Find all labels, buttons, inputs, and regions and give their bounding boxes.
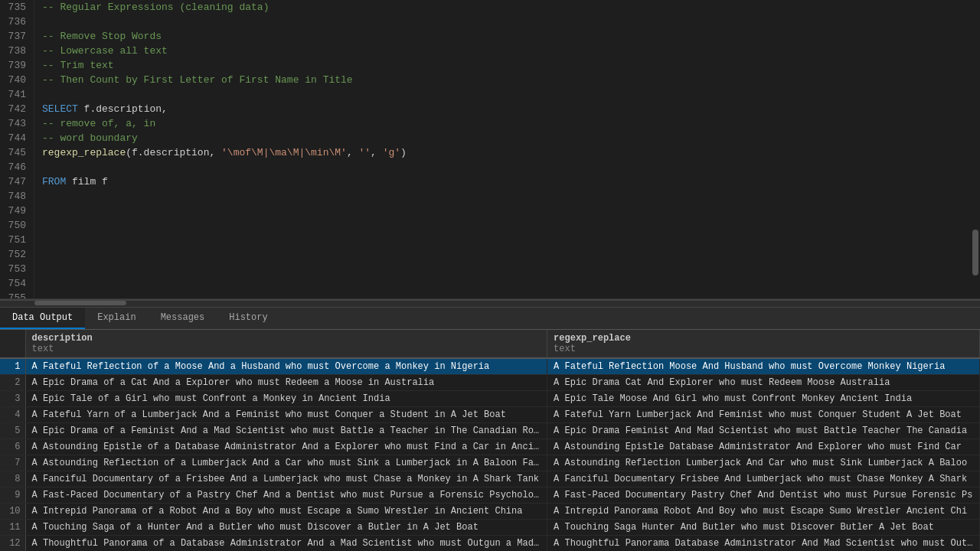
table-row[interactable]: 1A Fateful Reflection of a Moose And a H… [0,358,980,375]
line-number: 742 [6,102,26,116]
code-line [42,247,963,262]
table-row[interactable]: 10A Intrepid Panorama of a Robot And a B… [0,504,980,520]
line-number: 737 [6,29,26,44]
row-number: 7 [0,455,25,471]
table-row[interactable]: 12A Thoughtful Panorama of a Database Ad… [0,536,980,552]
cell-regexp-replace: A Epic Drama Cat And Explorer who must R… [547,375,980,391]
cell-description: A Intrepid Panorama of a Robot And a Boy… [25,504,547,520]
tab-data-output[interactable]: Data Output [0,308,85,329]
line-numbers: 7357367377387397407417427437447457467477… [0,0,34,298]
table-row[interactable]: 4A Fateful Yarn of a Lumberjack And a Fe… [0,407,980,423]
scrollbar-thumb[interactable] [972,230,978,276]
cell-description: A Thoughtful Panorama of a Database Admi… [25,536,547,552]
code-line [42,218,963,233]
row-number: 4 [0,407,25,423]
row-number: 2 [0,375,25,391]
line-number: 736 [6,15,26,29]
tab-explain[interactable]: Explain [85,308,148,329]
code-line [42,160,963,174]
code-line: regexp_replace(f.description, '\mof\M|\m… [42,145,963,160]
cell-regexp-replace: A Touching Saga Hunter And Butler who mu… [547,520,980,536]
cell-regexp-replace: A Epic Tale Moose And Girl who must Conf… [547,391,980,407]
line-number: 738 [6,44,26,58]
cell-description: A Astounding Reflection of a Lumberjack … [25,455,547,471]
line-number: 749 [6,204,26,218]
cell-regexp-replace: A Fateful Reflection Moose And Husband w… [547,358,980,375]
h-scrollbar-thumb[interactable] [34,301,126,305]
row-number: 8 [0,471,25,487]
table-row[interactable]: 5A Epic Drama of a Feminist And a Mad Sc… [0,423,980,439]
cell-description: A Fanciful Documentary of a Frisbee And … [25,471,547,487]
cell-description: A Fast-Paced Documentary of a Pastry Che… [25,487,547,504]
code-line: -- Regular Expressions (cleaning data) [42,0,963,15]
table-row[interactable]: 6A Astounding Epistle of a Database Admi… [0,439,980,455]
line-number: 746 [6,160,26,174]
code-line [42,291,963,298]
cell-regexp-replace: A Fanciful Documentary Frisbee And Lumbe… [547,471,980,487]
cell-description: A Epic Drama of a Feminist And a Mad Sci… [25,423,547,439]
code-line [42,204,963,218]
table-row[interactable]: 8A Fanciful Documentary of a Frisbee And… [0,471,980,487]
line-number: 747 [6,174,26,189]
code-line: -- Remove Stop Words [42,29,963,44]
cell-regexp-replace: A Fateful Yarn Lumberjack And Feminist w… [547,407,980,423]
line-number: 735 [6,0,26,15]
code-content[interactable]: -- Regular Expressions (cleaning data) -… [34,0,971,298]
row-num-header [0,330,25,358]
cell-description: A Astounding Epistle of a Database Admin… [25,439,547,455]
cell-description: A Fateful Reflection of a Moose And a Hu… [25,358,547,375]
data-table-container[interactable]: descriptiontextregexp_replacetext 1A Fat… [0,330,980,551]
code-line: -- Trim text [42,58,963,73]
code-line [42,189,963,204]
vertical-scrollbar[interactable] [971,0,980,298]
row-number: 3 [0,391,25,407]
col-header-description[interactable]: descriptiontext [25,330,547,358]
col-header-regexp_replace[interactable]: regexp_replacetext [547,330,980,358]
line-number: 751 [6,233,26,247]
cell-description: A Touching Saga of a Hunter And a Butler… [25,520,547,536]
row-number: 6 [0,439,25,455]
row-number: 11 [0,520,25,536]
line-number: 745 [6,145,26,160]
line-number: 740 [6,73,26,87]
code-line: -- remove of, a, in [42,116,963,131]
cell-regexp-replace: A Astounding Reflection Lumberjack And C… [547,455,980,471]
code-line [42,233,963,247]
code-line: -- Then Count by First Letter of First N… [42,73,963,87]
row-number: 5 [0,423,25,439]
cell-description: A Epic Drama of a Cat And a Explorer who… [25,375,547,391]
table-row[interactable]: 3A Epic Tale of a Girl who must Confront… [0,391,980,407]
code-line [42,15,963,29]
line-number: 753 [6,262,26,276]
tabs-bar: Data OutputExplainMessagesHistory [0,308,980,330]
tab-history[interactable]: History [217,308,279,329]
line-number: 752 [6,247,26,262]
row-number: 9 [0,487,25,504]
tab-messages[interactable]: Messages [149,308,217,329]
line-number: 750 [6,218,26,233]
table-row[interactable]: 11A Touching Saga of a Hunter And a Butl… [0,520,980,536]
line-number: 741 [6,87,26,102]
line-number: 744 [6,131,26,145]
cell-regexp-replace: A Intrepid Panorama Robot And Boy who mu… [547,504,980,520]
table-row[interactable]: 7A Astounding Reflection of a Lumberjack… [0,455,980,471]
line-number: 748 [6,189,26,204]
code-line [42,262,963,276]
cell-regexp-replace: A Astounding Epistle Database Administra… [547,439,980,455]
code-editor[interactable]: 7357367377387397407417427437447457467477… [0,0,980,298]
table-row[interactable]: 2A Epic Drama of a Cat And a Explorer wh… [0,375,980,391]
output-pane: Data OutputExplainMessagesHistory descri… [0,299,980,551]
cell-regexp-replace: A Epic Drama Feminist And Mad Scientist … [547,423,980,439]
cell-regexp-replace: A Fast-Paced Documentary Pastry Chef And… [547,487,980,504]
row-number: 10 [0,504,25,520]
line-number: 739 [6,58,26,73]
code-line: SELECT f.description, [42,102,963,116]
line-number: 754 [6,276,26,291]
code-line: -- Lowercase all text [42,44,963,58]
table-row[interactable]: 9A Fast-Paced Documentary of a Pastry Ch… [0,487,980,504]
horizontal-scrollbar[interactable] [0,298,980,299]
code-line [42,276,963,291]
line-number: 743 [6,116,26,131]
results-table: descriptiontextregexp_replacetext 1A Fat… [0,330,980,551]
code-line [42,87,963,102]
